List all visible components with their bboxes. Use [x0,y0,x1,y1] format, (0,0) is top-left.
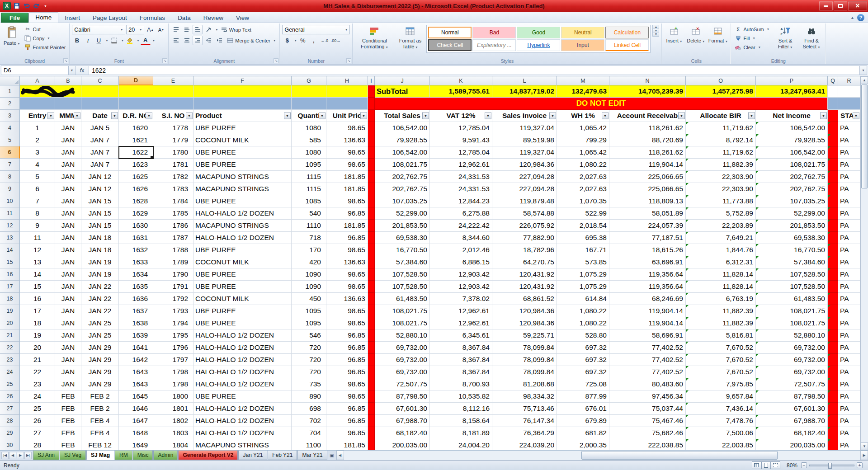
grid-cell[interactable]: 1095 [292,317,326,329]
grid-cell[interactable]: 12,785.04 [430,122,492,134]
dialog-launcher-icon[interactable]: ↘ [63,58,68,63]
grid-cell[interactable]: 64,270.75 [492,256,557,268]
grid-cell[interactable]: PA [838,171,860,183]
last-sheet-icon[interactable]: ▶| [24,452,32,459]
align-bottom-button[interactable] [193,25,203,34]
grid-cell[interactable]: 16 [20,293,55,305]
row-header-26[interactable]: 26 [0,390,20,403]
grid-cell[interactable]: JAN [55,122,81,134]
grid-cell[interactable]: JAN [55,378,81,390]
cell-style-linked-cell[interactable]: Linked Cell [605,39,649,51]
grid-cell[interactable]: JAN 29 [81,366,119,378]
grid-cell[interactable] [828,256,838,268]
sheet-tab-feb-y21[interactable]: Feb Y21 [268,451,297,460]
grid-cell[interactable]: 697.32 [557,342,609,354]
grid-cell[interactable]: 1115 [292,183,326,195]
grid-cell[interactable]: 1794 [153,317,193,329]
row-header-21[interactable]: 21 [0,329,20,342]
grid-cell[interactable]: FEB 12 [81,439,119,450]
grid-cell[interactable]: JAN [55,195,81,207]
grid-cell[interactable] [828,85,838,98]
column-header-D[interactable]: D [119,76,153,85]
grid-cell[interactable]: 12,844.23 [430,195,492,207]
grid-cell[interactable]: 75,037.44 [609,403,686,415]
grid-cell[interactable]: PA [838,390,860,403]
grid-cell[interactable] [292,85,326,98]
grid-cell[interactable]: 72,507.75 [756,378,828,390]
grid-cell[interactable] [20,85,55,98]
grid-cell[interactable]: 697.32 [557,354,609,366]
grid-cell[interactable]: 227,094.28 [492,183,557,195]
row-header-5[interactable]: 5 [0,134,20,146]
grid-cell[interactable] [828,183,838,195]
header-cell[interactable]: Allocate BIR▼ [686,110,756,122]
grid-cell[interactable]: 58,696.91 [609,329,686,342]
grid-cell[interactable]: 77,402.52 [609,366,686,378]
grid-cell[interactable]: 98.65 [326,317,368,329]
grid-cell[interactable]: 97,456.34 [609,390,686,403]
grid-cell[interactable]: 202,762.75 [375,171,430,183]
grid-cell[interactable]: 1801 [153,403,193,415]
name-box[interactable]: D6 [1,66,69,75]
header-cell[interactable]: Unit Pric▼ [326,110,368,122]
grid-cell[interactable]: JAN [55,317,81,329]
grid-cell[interactable]: 718 [292,232,326,244]
grid-cell[interactable] [368,256,375,268]
cell-style-normal[interactable]: Normal [428,27,472,38]
grid-cell[interactable]: 7,670.52 [686,342,756,354]
column-header-L[interactable]: L [492,76,557,85]
row-header-4[interactable]: 4 [0,122,20,134]
grid-cell[interactable]: 108,021.75 [756,305,828,317]
grid-cell[interactable] [368,244,375,256]
grid-cell[interactable]: 181.85 [326,183,368,195]
grid-cell[interactable]: 119,356.64 [609,268,686,281]
grid-cell[interactable] [368,415,375,427]
percent-style-button[interactable]: % [298,36,308,45]
filter-dropdown-icon[interactable]: ▼ [820,113,827,119]
grid-cell[interactable]: PA [838,232,860,244]
grid-cell[interactable] [828,293,838,305]
align-left-button[interactable] [171,36,181,45]
grid-cell[interactable]: 16,770.50 [375,244,430,256]
filter-dropdown-icon[interactable]: ▼ [853,113,859,119]
grid-cell[interactable]: 170 [292,244,326,256]
cell-style-bad[interactable]: Bad [472,27,516,38]
merge-center-button[interactable]: Merge & Center▼ [225,36,277,45]
grid-cell[interactable]: 22,303.90 [686,183,756,195]
header-cell[interactable]: WH 1%▼ [557,110,609,122]
grid-cell[interactable] [828,281,838,293]
grid-cell[interactable]: FEB [55,390,81,403]
grid-cell[interactable]: 2,027.63 [557,183,609,195]
grid-cell[interactable]: 1782 [153,171,193,183]
grid-cell[interactable]: 10,535.82 [430,390,492,403]
tab-file[interactable]: File [1,13,28,23]
grid-cell[interactable]: 167.71 [557,244,609,256]
grid-cell[interactable] [368,110,375,122]
grid-cell[interactable] [368,305,375,317]
grid-cell[interactable]: PA [838,305,860,317]
grid-cell[interactable]: 7,649.21 [686,232,756,244]
grid-cell[interactable]: JAN [55,134,81,146]
decrease-decimal-button[interactable]: .00→ [330,36,341,45]
grid-cell[interactable]: 120,984.36 [492,305,557,317]
grid-cell[interactable]: 7,975.85 [686,378,756,390]
grid-cell[interactable]: 18,782.96 [492,244,557,256]
grid-cell[interactable]: UBE PUREE [193,305,292,317]
tab-review[interactable]: Review [197,13,230,23]
grid-cell[interactable]: PA [838,146,860,159]
grid-cell[interactable]: 1787 [153,232,193,244]
grid-cell[interactable] [828,390,838,403]
grid-cell[interactable]: 96.85 [326,354,368,366]
header-cell[interactable]: Net Income▼ [756,110,828,122]
grid-cell[interactable]: UBE PUREE [193,159,292,171]
row-header-27[interactable]: 27 [0,403,20,415]
grid-cell[interactable]: 676.01 [557,403,609,415]
grid-cell[interactable]: 1779 [153,134,193,146]
grid-cell[interactable]: 11,882.39 [686,305,756,317]
grid-cell[interactable]: 17 [20,305,55,317]
grid-cell[interactable]: 1630 [119,220,153,232]
filter-dropdown-icon[interactable]: ▼ [485,113,491,119]
grid-cell[interactable]: 11,773.88 [686,195,756,207]
grid-cell[interactable]: UBE PUREE [193,317,292,329]
grid-cell[interactable]: 546 [292,329,326,342]
